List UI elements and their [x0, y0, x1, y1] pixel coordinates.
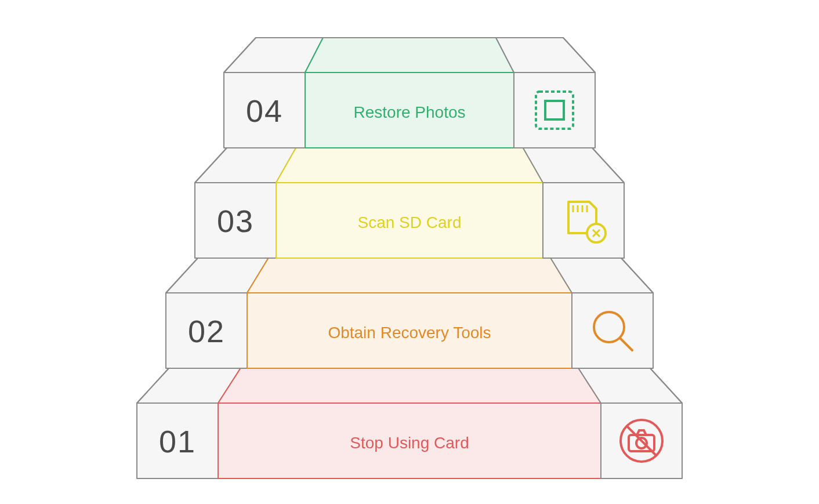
step-label-text: Stop Using Card	[350, 434, 469, 452]
step-top-center-colored	[305, 38, 514, 72]
step-number-text: 01	[159, 424, 196, 459]
step-top-right-grey	[496, 38, 595, 72]
step-number-text: 03	[217, 204, 254, 238]
step-number-text: 02	[188, 314, 225, 349]
step-label-text: Obtain Recovery Tools	[328, 324, 491, 342]
step-number-text: 04	[246, 93, 283, 128]
step-label-text: Scan SD Card	[358, 213, 462, 231]
step-top-center-colored	[276, 148, 543, 183]
step-icon-box	[572, 293, 653, 368]
step-icon-box	[543, 183, 624, 258]
step-top-center-colored	[218, 368, 601, 403]
pyramid-steps-diagram: 01Stop Using Card02Obtain Recovery Tools…	[0, 0, 819, 504]
step-icon-box	[514, 72, 595, 148]
step-top-center-colored	[247, 258, 572, 293]
step-label-text: Restore Photos	[354, 103, 466, 121]
